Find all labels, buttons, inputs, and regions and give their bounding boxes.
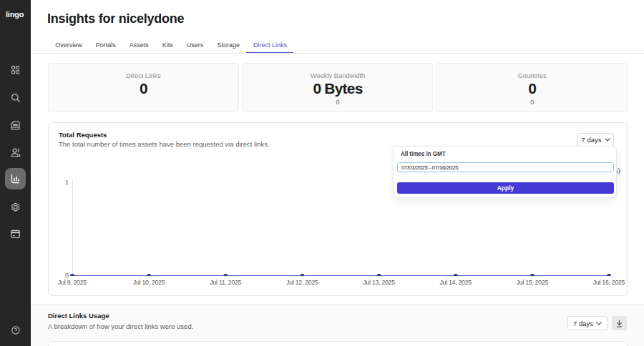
svg-text:0: 0 xyxy=(65,272,69,279)
svg-text:Jul 12, 2025: Jul 12, 2025 xyxy=(286,279,318,286)
svg-text:Jul 14, 2025: Jul 14, 2025 xyxy=(440,279,472,286)
svg-text:Jul 16, 2025: Jul 16, 2025 xyxy=(593,279,625,286)
svg-text:Jul 10, 2025: Jul 10, 2025 xyxy=(133,279,165,286)
svg-text:Jul 11, 2025: Jul 11, 2025 xyxy=(210,279,241,286)
svg-text:Jul 15, 2025: Jul 15, 2025 xyxy=(517,279,549,286)
svg-text:1: 1 xyxy=(65,179,69,186)
svg-text:Jul 9, 2025: Jul 9, 2025 xyxy=(58,279,87,286)
svg-text:Jul 13, 2025: Jul 13, 2025 xyxy=(363,279,395,286)
